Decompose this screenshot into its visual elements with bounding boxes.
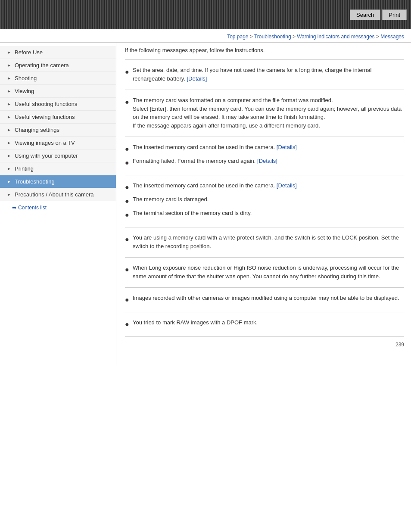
sidebar-item-shooting[interactable]: ► Shooting (0, 72, 116, 85)
breadcrumb-top-page[interactable]: Top page (227, 34, 248, 40)
arrow-icon-useful-shooting: ► (7, 102, 12, 106)
details-link-4[interactable]: [Details] (277, 182, 297, 189)
sidebar-label-printing: Printing (15, 165, 34, 172)
bullet-icon: ● (125, 210, 133, 220)
content-area: If the following messages appear, follow… (116, 43, 411, 365)
section-noise-reduction: ● When Long exposure noise reduction or … (125, 258, 404, 288)
page-number: 239 (125, 337, 404, 352)
section-write-protect: ● You are using a memory card with a wri… (125, 227, 404, 258)
sidebar-label-operating-camera: Operating the camera (15, 62, 69, 68)
contents-list-label: Contents list (18, 205, 47, 211)
sidebar-label-useful-shooting: Useful shooting functions (15, 101, 77, 107)
contents-list-link[interactable]: ➡ Contents list (0, 201, 116, 214)
list-item: ● The terminal section of the memory car… (125, 209, 404, 220)
bullet-icon: ● (125, 144, 133, 154)
sidebar-item-before-use[interactable]: ► Before Use (0, 46, 116, 59)
bullet-text: The terminal section of the memory card … (133, 209, 404, 218)
sidebar: ► Before Use ► Operating the camera ► Sh… (0, 43, 116, 365)
details-link-1[interactable]: [Details] (187, 75, 207, 82)
sidebar-item-viewing[interactable]: ► Viewing (0, 85, 116, 98)
main-layout: ► Before Use ► Operating the camera ► Sh… (0, 43, 411, 365)
contents-arrow-icon: ➡ (12, 205, 16, 211)
section-date-time: ● Set the area, date, and time. If you h… (125, 60, 404, 90)
bullet-icon: ● (125, 97, 133, 107)
list-item: ● When Long exposure noise reduction or … (125, 264, 404, 280)
list-item: ● The memory card was formatted on a com… (125, 96, 404, 130)
arrow-icon-printing: ► (7, 166, 12, 171)
sidebar-item-viewing-tv[interactable]: ► Viewing images on a TV (0, 137, 116, 149)
arrow-icon-useful-viewing: ► (7, 115, 12, 119)
print-button[interactable]: Print (382, 9, 407, 20)
bullet-text: The memory card is damaged. (133, 195, 404, 204)
header: Search Print (0, 0, 411, 29)
bullet-text: Images recorded with other cameras or im… (133, 294, 404, 302)
bullet-text: Set the area, date, and time. If you hav… (133, 66, 404, 83)
list-item: ● Set the area, date, and time. If you h… (125, 66, 404, 83)
details-link-2[interactable]: [Details] (277, 144, 297, 150)
breadcrumb-warning-indicators[interactable]: Warning indicators and messages (297, 34, 374, 40)
bullet-text: Formatting failed. Format the memory car… (133, 157, 404, 165)
bullet-icon: ● (125, 234, 133, 245)
sidebar-label-viewing-tv: Viewing images on a TV (15, 140, 75, 146)
arrow-icon-changing-settings: ► (7, 128, 12, 132)
details-link-3[interactable]: [Details] (257, 158, 277, 164)
bullet-icon: ● (125, 182, 133, 193)
bullet-text: The memory card was formatted on a compu… (133, 96, 404, 130)
breadcrumb: Top page > Troubleshooting > Warning ind… (0, 29, 411, 42)
sidebar-label-troubleshooting: Troubleshooting (15, 178, 55, 185)
search-button[interactable]: Search (350, 9, 380, 20)
section-formatting-failed: ● The inserted memory card cannot be use… (125, 137, 404, 175)
breadcrumb-messages[interactable]: Messages (380, 34, 404, 40)
bullet-icon: ● (125, 319, 133, 330)
arrow-icon-before-use: ► (7, 50, 12, 55)
bullet-text: You tried to mark RAW images with a DPOF… (133, 318, 404, 327)
breadcrumb-troubleshooting[interactable]: Troubleshooting (254, 34, 291, 40)
sidebar-item-troubleshooting[interactable]: ► Troubleshooting (0, 175, 116, 188)
sidebar-item-changing-settings[interactable]: ► Changing settings (0, 124, 116, 137)
arrow-icon-operating-camera: ► (7, 63, 12, 68)
sidebar-item-printing[interactable]: ► Printing (0, 162, 116, 175)
list-item: ● The inserted memory card cannot be use… (125, 181, 404, 193)
section-other-cameras: ● Images recorded with other cameras or … (125, 288, 404, 312)
bullet-text: When Long exposure noise reduction or Hi… (133, 264, 404, 280)
sidebar-label-precautions: Precautions / About this camera (15, 191, 94, 198)
sidebar-label-shooting: Shooting (15, 75, 37, 81)
sidebar-label-before-use: Before Use (15, 49, 43, 56)
sidebar-item-useful-viewing[interactable]: ► Useful viewing functions (0, 111, 116, 124)
arrow-icon-using-computer: ► (7, 153, 12, 158)
bullet-icon: ● (125, 67, 133, 77)
sidebar-item-operating-camera[interactable]: ► Operating the camera (0, 59, 116, 72)
list-item: ● Images recorded with other cameras or … (125, 294, 404, 305)
intro-text: If the following messages appear, follow… (125, 43, 404, 59)
sidebar-label-using-computer: Using with your computer (15, 152, 78, 159)
sidebar-item-useful-shooting[interactable]: ► Useful shooting functions (0, 98, 116, 111)
list-item: ● The inserted memory card cannot be use… (125, 143, 404, 154)
bullet-icon: ● (125, 264, 133, 275)
sidebar-label-viewing: Viewing (15, 88, 34, 94)
bullet-text: The inserted memory card cannot be used … (133, 181, 404, 190)
arrow-icon-troubleshooting: ► (7, 179, 12, 184)
bullet-text: You are using a memory card with a write… (133, 233, 404, 250)
sidebar-item-using-computer[interactable]: ► Using with your computer (0, 149, 116, 162)
section-raw-dpof: ● You tried to mark RAW images with a DP… (125, 312, 404, 337)
list-item: ● Formatting failed. Format the memory c… (125, 157, 404, 168)
sidebar-label-changing-settings: Changing settings (15, 127, 59, 133)
arrow-icon-viewing: ► (7, 89, 12, 93)
arrow-icon-shooting: ► (7, 76, 12, 81)
section-card-damaged: ● The inserted memory card cannot be use… (125, 175, 404, 227)
bullet-icon: ● (125, 158, 133, 168)
bullet-icon: ● (125, 196, 133, 206)
arrow-icon-precautions: ► (7, 192, 12, 197)
sidebar-item-precautions[interactable]: ► Precautions / About this camera (0, 188, 116, 201)
arrow-icon-viewing-tv: ► (7, 140, 12, 145)
list-item: ● The memory card is damaged. (125, 195, 404, 206)
sidebar-label-useful-viewing: Useful viewing functions (15, 114, 75, 120)
section-memory-card-format: ● The memory card was formatted on a com… (125, 90, 404, 137)
list-item: ● You tried to mark RAW images with a DP… (125, 318, 404, 330)
bullet-icon: ● (125, 295, 133, 305)
bullet-text: The inserted memory card cannot be used … (133, 143, 404, 152)
list-item: ● You are using a memory card with a wri… (125, 233, 404, 250)
